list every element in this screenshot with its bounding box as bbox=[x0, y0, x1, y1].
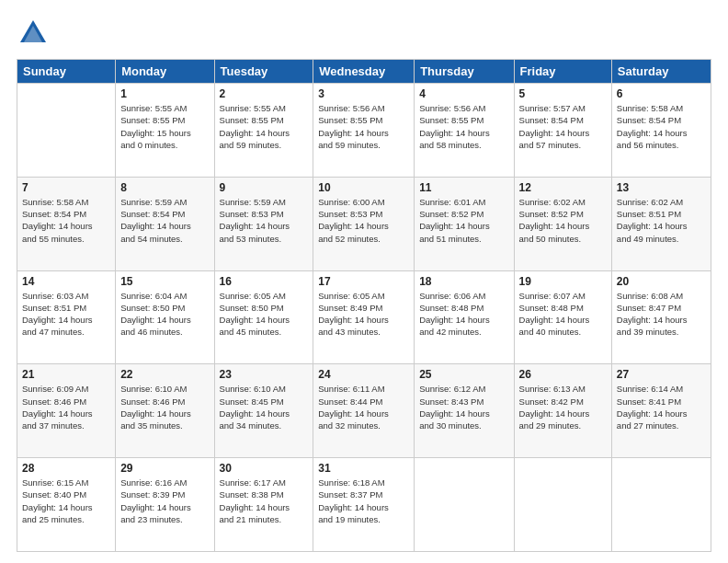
day-info: Sunrise: 6:04 AM Sunset: 8:50 PM Dayligh… bbox=[120, 290, 209, 339]
day-info: Sunrise: 6:12 AM Sunset: 8:43 PM Dayligh… bbox=[419, 383, 508, 431]
calendar-cell bbox=[17, 84, 116, 178]
day-number: 3 bbox=[318, 87, 409, 100]
day-info: Sunrise: 6:02 AM Sunset: 8:52 PM Dayligh… bbox=[519, 196, 607, 245]
day-info: Sunrise: 6:02 AM Sunset: 8:51 PM Dayligh… bbox=[617, 196, 706, 245]
calendar-cell: 7Sunrise: 5:58 AM Sunset: 8:54 PM Daylig… bbox=[17, 177, 116, 270]
day-info: Sunrise: 5:59 AM Sunset: 8:54 PM Dayligh… bbox=[120, 196, 209, 245]
calendar-cell: 15Sunrise: 6:04 AM Sunset: 8:50 PM Dayli… bbox=[116, 270, 214, 364]
calendar-cell: 25Sunrise: 6:12 AM Sunset: 8:43 PM Dayli… bbox=[415, 364, 514, 458]
calendar-cell: 16Sunrise: 6:05 AM Sunset: 8:50 PM Dayli… bbox=[214, 270, 313, 364]
calendar-cell bbox=[611, 458, 711, 552]
day-info: Sunrise: 6:07 AM Sunset: 8:48 PM Dayligh… bbox=[519, 290, 607, 339]
day-number: 13 bbox=[617, 181, 706, 194]
calendar-cell: 13Sunrise: 6:02 AM Sunset: 8:51 PM Dayli… bbox=[611, 177, 711, 270]
calendar-cell: 19Sunrise: 6:07 AM Sunset: 8:48 PM Dayli… bbox=[514, 270, 611, 364]
day-number: 12 bbox=[519, 181, 607, 194]
day-info: Sunrise: 6:17 AM Sunset: 8:38 PM Dayligh… bbox=[220, 477, 309, 525]
calendar-cell: 11Sunrise: 6:01 AM Sunset: 8:52 PM Dayli… bbox=[415, 177, 514, 270]
day-info: Sunrise: 6:13 AM Sunset: 8:42 PM Dayligh… bbox=[519, 383, 607, 431]
calendar-cell: 9Sunrise: 5:59 AM Sunset: 8:53 PM Daylig… bbox=[214, 177, 313, 270]
day-info: Sunrise: 6:18 AM Sunset: 8:37 PM Dayligh… bbox=[318, 477, 409, 525]
day-number: 8 bbox=[120, 181, 209, 194]
day-header-wednesday: Wednesday bbox=[313, 60, 415, 84]
day-number: 17 bbox=[318, 275, 409, 288]
day-info: Sunrise: 5:57 AM Sunset: 8:54 PM Dayligh… bbox=[519, 102, 607, 151]
day-number: 21 bbox=[22, 368, 110, 381]
day-number: 24 bbox=[318, 368, 409, 381]
calendar-cell: 4Sunrise: 5:56 AM Sunset: 8:55 PM Daylig… bbox=[415, 84, 514, 178]
day-info: Sunrise: 5:58 AM Sunset: 8:54 PM Dayligh… bbox=[22, 196, 110, 245]
day-info: Sunrise: 6:03 AM Sunset: 8:51 PM Dayligh… bbox=[22, 290, 110, 339]
day-info: Sunrise: 6:09 AM Sunset: 8:46 PM Dayligh… bbox=[22, 383, 110, 431]
calendar-cell bbox=[514, 458, 611, 552]
calendar-cell: 2Sunrise: 5:55 AM Sunset: 8:55 PM Daylig… bbox=[214, 84, 313, 178]
day-info: Sunrise: 5:55 AM Sunset: 8:55 PM Dayligh… bbox=[220, 102, 309, 151]
day-number: 9 bbox=[220, 181, 309, 194]
calendar-cell: 28Sunrise: 6:15 AM Sunset: 8:40 PM Dayli… bbox=[17, 458, 116, 552]
calendar-cell: 17Sunrise: 6:05 AM Sunset: 8:49 PM Dayli… bbox=[313, 270, 415, 364]
header bbox=[17, 17, 711, 50]
day-info: Sunrise: 5:55 AM Sunset: 8:55 PM Dayligh… bbox=[120, 102, 209, 151]
calendar-cell: 3Sunrise: 5:56 AM Sunset: 8:55 PM Daylig… bbox=[313, 84, 415, 178]
day-info: Sunrise: 6:16 AM Sunset: 8:39 PM Dayligh… bbox=[120, 477, 209, 525]
day-info: Sunrise: 5:59 AM Sunset: 8:53 PM Dayligh… bbox=[220, 196, 309, 245]
day-number: 15 bbox=[120, 275, 209, 288]
day-number: 25 bbox=[419, 368, 508, 381]
logo-icon bbox=[17, 17, 50, 50]
calendar-cell: 10Sunrise: 6:00 AM Sunset: 8:53 PM Dayli… bbox=[313, 177, 415, 270]
calendar-cell: 12Sunrise: 6:02 AM Sunset: 8:52 PM Dayli… bbox=[514, 177, 611, 270]
day-number: 26 bbox=[519, 368, 607, 381]
calendar-table: SundayMondayTuesdayWednesdayThursdayFrid… bbox=[17, 59, 711, 552]
calendar-cell: 1Sunrise: 5:55 AM Sunset: 8:55 PM Daylig… bbox=[116, 84, 214, 178]
calendar-cell: 31Sunrise: 6:18 AM Sunset: 8:37 PM Dayli… bbox=[313, 458, 415, 552]
day-number: 28 bbox=[22, 462, 110, 475]
day-info: Sunrise: 6:06 AM Sunset: 8:48 PM Dayligh… bbox=[419, 290, 508, 339]
day-header-thursday: Thursday bbox=[415, 60, 514, 84]
day-header-friday: Friday bbox=[514, 60, 611, 84]
calendar-page: SundayMondayTuesdayWednesdayThursdayFrid… bbox=[0, 0, 728, 563]
day-number: 1 bbox=[120, 87, 209, 100]
day-info: Sunrise: 6:11 AM Sunset: 8:44 PM Dayligh… bbox=[318, 383, 409, 431]
day-info: Sunrise: 6:10 AM Sunset: 8:46 PM Dayligh… bbox=[120, 383, 209, 431]
calendar-cell: 29Sunrise: 6:16 AM Sunset: 8:39 PM Dayli… bbox=[116, 458, 214, 552]
calendar-cell: 23Sunrise: 6:10 AM Sunset: 8:45 PM Dayli… bbox=[214, 364, 313, 458]
week-row-1: 1Sunrise: 5:55 AM Sunset: 8:55 PM Daylig… bbox=[17, 84, 711, 178]
week-row-5: 28Sunrise: 6:15 AM Sunset: 8:40 PM Dayli… bbox=[17, 458, 711, 552]
calendar-cell: 21Sunrise: 6:09 AM Sunset: 8:46 PM Dayli… bbox=[17, 364, 116, 458]
calendar-cell: 14Sunrise: 6:03 AM Sunset: 8:51 PM Dayli… bbox=[17, 270, 116, 364]
day-number: 27 bbox=[617, 368, 706, 381]
day-number: 14 bbox=[22, 275, 110, 288]
day-info: Sunrise: 6:05 AM Sunset: 8:49 PM Dayligh… bbox=[318, 290, 409, 339]
day-header-sunday: Sunday bbox=[17, 60, 116, 84]
calendar-cell: 24Sunrise: 6:11 AM Sunset: 8:44 PM Dayli… bbox=[313, 364, 415, 458]
calendar-cell: 18Sunrise: 6:06 AM Sunset: 8:48 PM Dayli… bbox=[415, 270, 514, 364]
day-info: Sunrise: 5:56 AM Sunset: 8:55 PM Dayligh… bbox=[318, 102, 409, 151]
day-number: 2 bbox=[220, 87, 309, 100]
day-number: 10 bbox=[318, 181, 409, 194]
day-info: Sunrise: 5:58 AM Sunset: 8:54 PM Dayligh… bbox=[617, 102, 706, 151]
week-row-3: 14Sunrise: 6:03 AM Sunset: 8:51 PM Dayli… bbox=[17, 270, 711, 364]
week-row-4: 21Sunrise: 6:09 AM Sunset: 8:46 PM Dayli… bbox=[17, 364, 711, 458]
calendar-cell: 27Sunrise: 6:14 AM Sunset: 8:41 PM Dayli… bbox=[611, 364, 711, 458]
day-info: Sunrise: 6:08 AM Sunset: 8:47 PM Dayligh… bbox=[617, 290, 706, 339]
day-number: 11 bbox=[419, 181, 508, 194]
week-row-2: 7Sunrise: 5:58 AM Sunset: 8:54 PM Daylig… bbox=[17, 177, 711, 270]
day-number: 22 bbox=[120, 368, 209, 381]
calendar-cell: 22Sunrise: 6:10 AM Sunset: 8:46 PM Dayli… bbox=[116, 364, 214, 458]
day-number: 19 bbox=[519, 275, 607, 288]
day-info: Sunrise: 6:15 AM Sunset: 8:40 PM Dayligh… bbox=[22, 477, 110, 525]
header-row: SundayMondayTuesdayWednesdayThursdayFrid… bbox=[17, 60, 711, 84]
day-number: 20 bbox=[617, 275, 706, 288]
day-info: Sunrise: 6:14 AM Sunset: 8:41 PM Dayligh… bbox=[617, 383, 706, 431]
calendar-cell: 8Sunrise: 5:59 AM Sunset: 8:54 PM Daylig… bbox=[116, 177, 214, 270]
calendar-cell bbox=[415, 458, 514, 552]
calendar-cell: 20Sunrise: 6:08 AM Sunset: 8:47 PM Dayli… bbox=[611, 270, 711, 364]
day-number: 31 bbox=[318, 462, 409, 475]
day-number: 18 bbox=[419, 275, 508, 288]
calendar-cell: 6Sunrise: 5:58 AM Sunset: 8:54 PM Daylig… bbox=[611, 84, 711, 178]
day-number: 16 bbox=[220, 275, 309, 288]
day-number: 4 bbox=[419, 87, 508, 100]
day-number: 30 bbox=[220, 462, 309, 475]
calendar-cell: 30Sunrise: 6:17 AM Sunset: 8:38 PM Dayli… bbox=[214, 458, 313, 552]
day-header-saturday: Saturday bbox=[611, 60, 711, 84]
